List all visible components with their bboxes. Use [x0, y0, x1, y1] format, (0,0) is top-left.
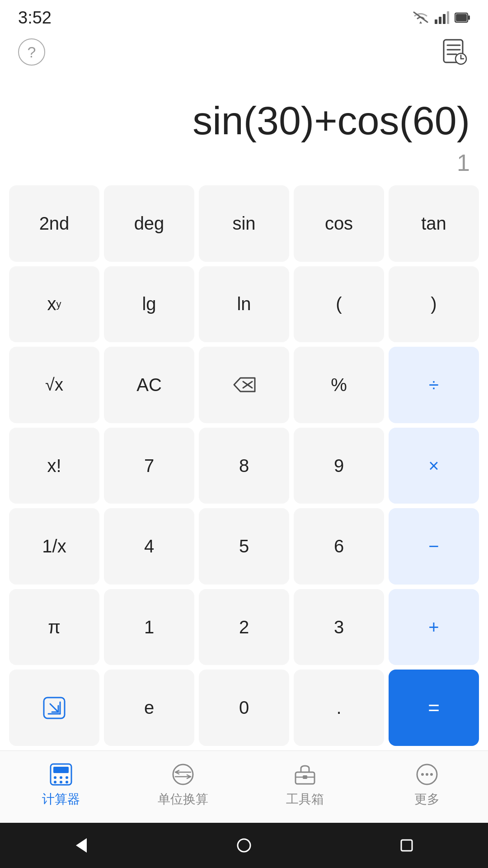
key-euler[interactable]: e [104, 670, 194, 746]
key-add[interactable]: + [389, 589, 479, 665]
status-bar: 3:52 [0, 0, 488, 32]
key-row-3: √x AC % ÷ [9, 347, 479, 423]
backspace-icon [232, 376, 256, 393]
nav-item-calculator[interactable]: 计算器 [29, 762, 93, 808]
key-collapse[interactable] [9, 670, 99, 746]
svg-point-40 [238, 839, 250, 852]
key-sin[interactable]: sin [199, 185, 289, 262]
key-subtract[interactable]: − [389, 508, 479, 585]
key-row-6: π 1 2 3 + [9, 589, 479, 665]
svg-rect-4 [447, 11, 449, 24]
key-2[interactable]: 2 [199, 589, 289, 665]
signal-icon [435, 11, 449, 24]
key-0[interactable]: 0 [199, 670, 289, 746]
battery-icon [455, 11, 470, 24]
svg-point-29 [173, 764, 193, 784]
key-deg[interactable]: deg [104, 185, 194, 262]
nav-label-converter: 单位换算 [158, 791, 208, 808]
svg-marker-39 [76, 838, 87, 853]
svg-point-26 [54, 781, 56, 783]
back-icon [72, 836, 90, 854]
key-power[interactable]: xy [9, 266, 99, 343]
svg-point-24 [60, 776, 62, 779]
svg-point-38 [430, 773, 433, 776]
svg-line-20 [50, 704, 58, 712]
home-icon [235, 836, 253, 854]
key-pi[interactable]: π [9, 589, 99, 665]
svg-rect-22 [53, 767, 69, 773]
key-9[interactable]: 9 [294, 428, 384, 504]
recents-icon [398, 836, 416, 854]
collapse-icon [42, 696, 66, 720]
key-cos[interactable]: cos [294, 185, 384, 262]
android-nav [0, 823, 488, 868]
key-row-1: 2nd deg sin cos tan [9, 185, 479, 262]
key-3[interactable]: 3 [294, 589, 384, 665]
svg-rect-34 [303, 775, 307, 779]
nav-label-more: 更多 [414, 791, 440, 808]
key-2nd[interactable]: 2nd [9, 185, 99, 262]
history-icon [440, 38, 468, 66]
top-bar: ? [0, 32, 488, 72]
key-factorial[interactable]: x! [9, 428, 99, 504]
android-recents-button[interactable] [393, 832, 420, 859]
key-8[interactable]: 8 [199, 428, 289, 504]
key-ln[interactable]: ln [199, 266, 289, 343]
key-percent[interactable]: % [294, 347, 384, 423]
nav-item-more[interactable]: 更多 [395, 762, 459, 808]
key-equals[interactable]: = [389, 670, 479, 746]
key-row-4: x! 7 8 9 × [9, 428, 479, 504]
help-button[interactable]: ? [18, 38, 45, 66]
key-ac[interactable]: AC [104, 347, 194, 423]
key-open-paren[interactable]: ( [294, 266, 384, 343]
android-home-button[interactable] [230, 832, 258, 859]
key-row-7: e 0 . = [9, 670, 479, 746]
nav-label-calculator: 计算器 [42, 791, 80, 808]
key-6[interactable]: 6 [294, 508, 384, 585]
toolbox-icon [292, 762, 318, 787]
svg-point-23 [54, 776, 56, 779]
key-5[interactable]: 5 [199, 508, 289, 585]
key-multiply[interactable]: × [389, 428, 479, 504]
bottom-nav: 计算器 单位换算 工具箱 [0, 750, 488, 823]
svg-rect-1 [435, 19, 437, 24]
svg-point-25 [66, 776, 68, 779]
svg-rect-7 [456, 14, 467, 21]
key-1[interactable]: 1 [104, 589, 194, 665]
key-sqrt[interactable]: √x [9, 347, 99, 423]
svg-point-28 [66, 781, 68, 783]
svg-point-36 [421, 773, 424, 776]
key-close-paren[interactable]: ) [389, 266, 479, 343]
svg-point-27 [60, 781, 62, 783]
key-reciprocal[interactable]: 1/x [9, 508, 99, 585]
key-row-5: 1/x 4 5 6 − [9, 508, 479, 585]
svg-rect-2 [439, 17, 441, 24]
android-back-button[interactable] [68, 832, 95, 859]
help-icon: ? [28, 43, 36, 61]
svg-rect-3 [443, 14, 446, 24]
nav-label-toolbox: 工具箱 [286, 791, 324, 808]
key-row-2: xy lg ln ( ) [9, 266, 479, 343]
keypad: 2nd deg sin cos tan xy lg ln ( ) √x AC %… [0, 181, 488, 750]
nav-item-converter[interactable]: 单位换算 [151, 762, 215, 808]
expression-display: sin(30)+cos(60) [192, 99, 470, 143]
key-decimal[interactable]: . [294, 670, 384, 746]
status-time: 3:52 [18, 8, 52, 28]
svg-rect-6 [468, 15, 470, 20]
result-display: 1 [457, 149, 470, 176]
history-button[interactable] [438, 36, 470, 68]
key-4[interactable]: 4 [104, 508, 194, 585]
nav-item-toolbox[interactable]: 工具箱 [273, 762, 337, 808]
display-area: sin(30)+cos(60) 1 [0, 72, 488, 181]
more-icon [414, 762, 440, 787]
svg-rect-41 [401, 840, 412, 851]
key-lg[interactable]: lg [104, 266, 194, 343]
calculator-icon [48, 762, 74, 787]
converter-icon [170, 762, 196, 787]
wifi-icon [412, 11, 429, 24]
key-divide[interactable]: ÷ [389, 347, 479, 423]
key-7[interactable]: 7 [104, 428, 194, 504]
key-backspace[interactable] [199, 347, 289, 423]
key-tan[interactable]: tan [389, 185, 479, 262]
svg-point-37 [426, 773, 428, 776]
